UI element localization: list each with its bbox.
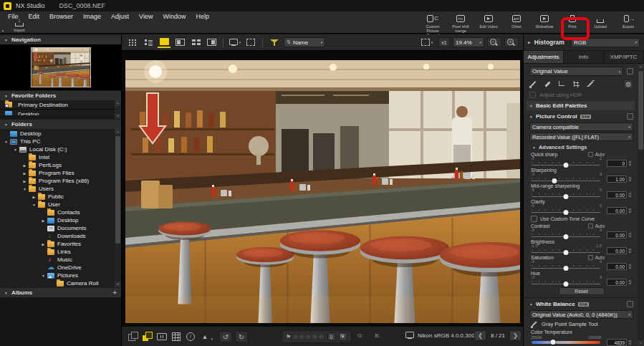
tree-item[interactable]: Links <box>0 248 121 256</box>
slider-stepper[interactable]: ▴▾ <box>628 207 633 214</box>
scroll-down-icon[interactable]: ▾ <box>115 113 121 119</box>
expand-arrow[interactable]: ▼ <box>21 187 28 191</box>
advanced-settings-header[interactable]: ▼ Advanced Settings <box>529 143 633 151</box>
slider-track[interactable] <box>532 193 600 198</box>
menu-item[interactable]: Adjust <box>106 13 134 20</box>
slider-track[interactable] <box>532 234 600 239</box>
star-icon[interactable]: ☆ <box>305 334 311 340</box>
tree-item[interactable]: ▶ PerfLogs <box>0 161 121 169</box>
adjustment-tool-icon[interactable] <box>558 80 566 88</box>
adjustment-tool-icon[interactable] <box>587 80 595 88</box>
hdr-checkbox[interactable] <box>529 92 536 98</box>
folders-header[interactable]: ▼ Folders <box>0 119 121 129</box>
favorite-folders-header[interactable]: ▼ Favorite Folders <box>0 90 121 100</box>
slider-handle[interactable] <box>564 234 569 239</box>
expand-arrow[interactable]: ▶ <box>21 171 28 176</box>
scroll-down-icon[interactable]: ▾ <box>638 340 644 346</box>
slider-handle[interactable] <box>550 340 555 345</box>
panel-tab[interactable]: XMP/IPTC <box>604 51 644 63</box>
slider-value-box[interactable]: 0.00 <box>607 247 627 254</box>
slider-stepper[interactable]: ▴▾ <box>628 191 633 198</box>
label-value-button[interactable]: 0 <box>327 332 336 341</box>
tree-item[interactable]: ▼ User <box>0 201 121 208</box>
color-temperature-track[interactable] <box>532 341 600 344</box>
slider-value-box[interactable]: 0.00 <box>607 231 627 239</box>
tree-item[interactable]: OneDrive <box>0 264 121 271</box>
preset-dropdown[interactable]: Original Value ▾ <box>529 67 623 76</box>
status-toggle-button[interactable] <box>199 331 211 342</box>
view-mode-button[interactable] <box>173 37 186 48</box>
slider-value-box[interactable]: 0.00 <box>607 207 627 214</box>
filter-button[interactable] <box>268 37 281 48</box>
picture-control-header[interactable]: ▼ Picture Control RAW <box>529 112 633 121</box>
slider-handle[interactable] <box>564 250 569 255</box>
slider-handle[interactable] <box>564 210 569 215</box>
tree-item[interactable]: ▼ Users <box>0 185 121 193</box>
histogram-header[interactable]: ▶ Histogram RGB ▾ <box>524 34 644 51</box>
white-balance-header[interactable]: ▼ White Balance RAW <box>529 299 633 309</box>
second-window-button[interactable]: ▾ <box>229 37 241 48</box>
tone-curve-checkbox[interactable] <box>531 216 537 222</box>
label-flag-icon[interactable]: ⚑ <box>286 334 291 340</box>
slider-stepper[interactable]: ▴▾ <box>628 263 633 270</box>
import-button[interactable]: ↓ Import <box>7 18 32 32</box>
navigation-thumbnail[interactable] <box>31 47 91 87</box>
auto-checkbox[interactable]: Auto <box>588 152 605 157</box>
status-toggle-button[interactable] <box>185 331 196 342</box>
menu-item[interactable]: View <box>134 13 158 20</box>
auto-checkbox[interactable]: Auto <box>588 255 605 260</box>
status-toggle-button[interactable] <box>142 331 153 342</box>
adjustment-tool-icon[interactable] <box>529 80 537 88</box>
slider-stepper[interactable]: ▴▾ <box>628 160 633 167</box>
menu-item[interactable]: Browser <box>44 13 78 20</box>
slider-value-box[interactable]: 0.00 <box>607 263 627 270</box>
tree-item[interactable]: Intel <box>0 153 121 161</box>
toolbar-collapse-handle[interactable]: ▴ <box>0 27 6 34</box>
tree-item[interactable]: ▶ Favorites <box>0 240 121 248</box>
tree-item[interactable]: ▼ Local Disk (C:) <box>0 145 121 153</box>
full-screen-button[interactable] <box>244 37 257 48</box>
slider-value-box[interactable]: 0.00 <box>607 279 627 286</box>
slider-track[interactable] <box>532 265 600 270</box>
next-image-button[interactable]: ❯ <box>509 330 522 341</box>
expand-arrow[interactable]: ▶ <box>21 163 28 168</box>
adjustment-tool-icon[interactable] <box>572 80 580 88</box>
actual-size-button[interactable]: x1 <box>438 37 450 47</box>
scroll-up-icon[interactable]: ▴ <box>115 100 121 106</box>
reset-button[interactable]: Reset <box>559 287 605 295</box>
scrollbar-thumb[interactable] <box>115 136 120 244</box>
menu-item[interactable]: Image <box>78 13 106 20</box>
star-icon[interactable]: ☆ <box>312 334 317 340</box>
slider-value-box[interactable]: 1.00 <box>607 176 627 183</box>
zoom-level-dropdown[interactable]: 19.4% ▾ <box>453 37 484 47</box>
slider-handle[interactable] <box>564 163 569 168</box>
slider-handle[interactable] <box>564 266 569 271</box>
menu-item[interactable]: Window <box>158 13 191 20</box>
add-album-button[interactable]: + <box>112 289 117 297</box>
rotate-ccw-button[interactable] <box>219 331 232 342</box>
tree-item[interactable]: ▶ Program Files <box>0 169 121 177</box>
histogram-channel-dropdown[interactable]: RGB ▾ <box>571 38 640 47</box>
preset-checkbox[interactable] <box>627 68 633 75</box>
slider-stepper[interactable]: ▴▾ <box>628 176 633 183</box>
albums-header[interactable]: ▼ Albums + <box>0 287 121 297</box>
favorite-folder-item[interactable]: Desktop <box>0 110 121 115</box>
slider-track[interactable] <box>532 162 600 167</box>
panel-tab[interactable]: Adjustments <box>524 51 564 63</box>
rotate-cw-button[interactable] <box>235 331 248 342</box>
tree-item[interactable]: Documents <box>0 224 121 232</box>
tree-item[interactable]: ▼ Pictures <box>0 271 121 279</box>
slider-value-box[interactable]: 0 <box>607 160 627 167</box>
status-toggle-button[interactable] <box>170 331 182 342</box>
zoom-in-button[interactable]: + <box>504 37 519 47</box>
color-temperature-value-box[interactable]: 4839 <box>607 339 627 346</box>
view-mode-button[interactable] <box>205 37 218 48</box>
status-toggle-button[interactable] <box>128 331 139 342</box>
status-toggle-button[interactable] <box>156 331 168 342</box>
adjustment-tool-icon[interactable] <box>544 80 552 88</box>
expand-arrow[interactable]: ▼ <box>12 148 19 152</box>
zoom-out-button[interactable]: − <box>487 37 501 47</box>
gear-icon[interactable]: ⚙ <box>623 80 633 89</box>
slider-track[interactable] <box>532 209 600 214</box>
star-icon[interactable]: ☆ <box>318 334 324 340</box>
